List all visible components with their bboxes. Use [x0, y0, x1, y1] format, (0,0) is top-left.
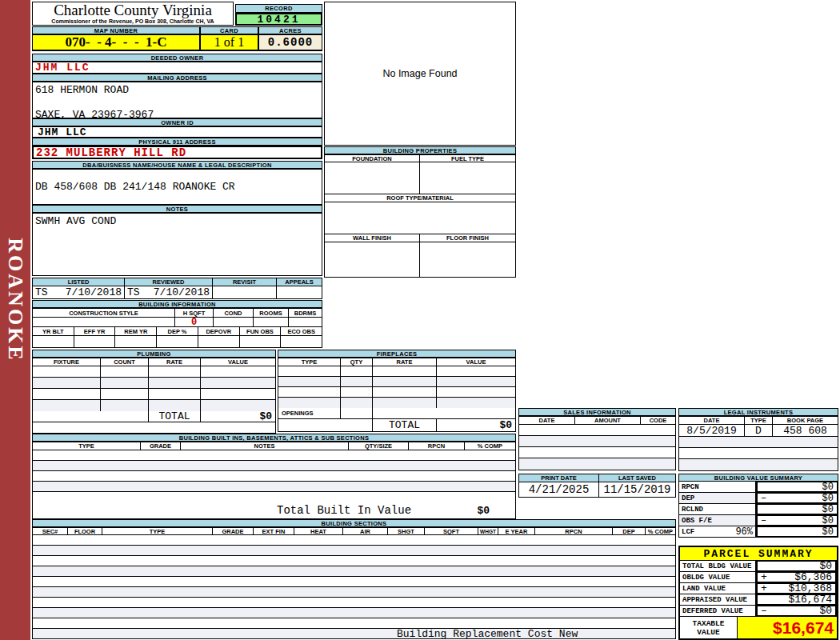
col-rpcn: RPCN — [535, 528, 613, 534]
taxable-value: $16,674 — [738, 617, 837, 638]
empty-cell — [373, 377, 437, 386]
built-ins-total-label: Total Built In Value — [33, 504, 411, 517]
building-properties-body1 — [324, 162, 516, 194]
owner-id-label: OWNER ID — [32, 118, 322, 126]
vs-op: – — [761, 493, 766, 504]
col-foundation: FOUNDATION — [325, 155, 420, 162]
record-value: 10421 — [235, 13, 322, 26]
col-yrblt: YR BLT — [33, 327, 74, 335]
plumbing-total-label: TOTAL — [149, 411, 201, 422]
col-roof-type: ROOF TYPE/MATERIAL — [325, 194, 515, 202]
appeals-value — [277, 286, 322, 298]
ps-op: + — [761, 582, 767, 594]
acres-label: ACRES — [258, 26, 322, 34]
legal-date: 8/5/2019 — [679, 425, 745, 436]
taxable-label-line1: TAXABLE — [693, 619, 725, 628]
empty-cell — [101, 366, 149, 377]
legal-type: D — [745, 425, 773, 436]
building-properties-header1: FOUNDATION FUEL TYPE — [324, 154, 516, 162]
empty-cell — [33, 378, 101, 388]
col-air: AIR — [343, 528, 388, 534]
empty-cell — [278, 387, 341, 397]
building-info-table: CONSTRUCTION STYLE H SQFT COND ROOMS BDR… — [32, 308, 322, 348]
hsqft-value: 0 — [175, 318, 214, 326]
roof-type-value — [324, 202, 516, 234]
empty-cell — [373, 366, 437, 376]
empty-cell — [341, 398, 373, 408]
table-row: RPCN $0 — [678, 482, 838, 493]
empty-cell — [519, 447, 675, 458]
parcel-summary-title: PARCEL SUMMARY — [680, 547, 837, 561]
physical-address-label: PHYSICAL 911 ADDRESS — [32, 138, 322, 146]
col-shgt: SHGT — [388, 528, 425, 534]
empty-cell — [519, 458, 675, 470]
col-dep: DEP — [613, 528, 646, 534]
ps-value: $6,306 — [794, 571, 832, 583]
empty-cell — [115, 336, 157, 347]
col-rate: RATE — [149, 358, 201, 366]
table-row: DEFERRED VALUE –$0 — [680, 606, 837, 617]
col-floor-finish: FLOOR FINISH — [420, 234, 515, 242]
empty-cell — [519, 436, 675, 446]
col-fixture: FIXTURE — [33, 358, 101, 366]
legal-table: DATE TYPE BOOK PAGE 8/5/2019 D 458 608 — [678, 416, 838, 471]
col-funobs: FUN OBS — [240, 327, 282, 335]
empty-cell — [101, 378, 149, 388]
fireplaces-total-label: TOTAL — [373, 419, 437, 431]
legal-book-page: 458 608 — [773, 425, 838, 436]
col-heat: HEAT — [294, 528, 343, 534]
mailing-address-label: MAILING ADDRESS — [32, 74, 322, 82]
plumbing-total-value: $0 — [201, 411, 275, 422]
no-image-placeholder: No Image Found — [382, 68, 457, 79]
ps-label: LAND VALUE — [682, 585, 726, 593]
empty-cell — [254, 318, 289, 326]
col-grade: GRADE — [141, 442, 181, 450]
empty-cell — [33, 318, 175, 326]
ps-label: DEFERRED VALUE — [682, 607, 743, 615]
empty-cell — [240, 336, 282, 347]
ps-value: $0 — [819, 560, 832, 572]
building-properties-body3 — [324, 242, 516, 278]
dba-value: DB 458/608 DB 241/148 ROANOKE CR — [32, 169, 322, 205]
table-row: Building Replacement Cost New — [33, 629, 675, 639]
listed-date: 7/10/2018 — [66, 286, 122, 298]
empty-cell — [149, 400, 201, 411]
col-sec: SEC# — [33, 528, 68, 534]
map-number-value: 070- - 4- - - 1-C — [32, 34, 200, 51]
col-ecoobs: ECO OBS — [281, 327, 322, 335]
empty-cell — [201, 389, 275, 399]
dba-label: DBA/BUISNESS NAME/HOUSE NAME & LEGAL DES… — [32, 161, 322, 169]
empty-cell — [373, 408, 515, 418]
table-row: LAND VALUE +$10,368 — [680, 583, 837, 594]
empty-cell — [341, 366, 373, 376]
print-date-value: 4/21/2025 — [519, 482, 599, 497]
empty-cell — [437, 387, 515, 397]
ps-value: $10,368 — [788, 582, 832, 594]
empty-cell — [33, 492, 515, 502]
col-hsqft: H SQFT — [175, 309, 214, 317]
empty-cell — [341, 408, 373, 418]
notes-label: NOTES — [32, 205, 322, 213]
vs-label: RPCN — [682, 483, 699, 491]
fireplaces-table: TYPE QTY RATE VALUE OPENINGS TOTAL $0 — [278, 358, 516, 432]
county-title: Charlotte County Virginia — [33, 2, 233, 18]
table-row: OBLDG VALUE +$6,306 — [680, 572, 837, 583]
col-fuel-type: FUEL TYPE — [420, 155, 515, 162]
listed-label: LISTED — [33, 278, 125, 286]
building-properties-header2: ROOF TYPE/MATERIAL — [324, 194, 516, 202]
col-extfin: EXT FIN — [254, 528, 294, 534]
foundation-value — [325, 162, 420, 194]
col-cond: COND — [214, 309, 254, 317]
empty-cell — [214, 318, 254, 326]
col-pct-comp: % COMP — [646, 528, 675, 534]
revisit-value — [213, 286, 277, 298]
empty-cell — [201, 366, 275, 377]
empty-cell — [33, 389, 101, 399]
empty-cell — [341, 387, 373, 397]
fuel-type-value — [420, 162, 515, 194]
print-date-label: PRINT DATE — [519, 474, 599, 482]
col-code: CODE — [641, 417, 675, 424]
vs-label: OBS F/E — [682, 517, 712, 525]
empty-cell — [278, 398, 341, 408]
table-row — [33, 546, 675, 556]
